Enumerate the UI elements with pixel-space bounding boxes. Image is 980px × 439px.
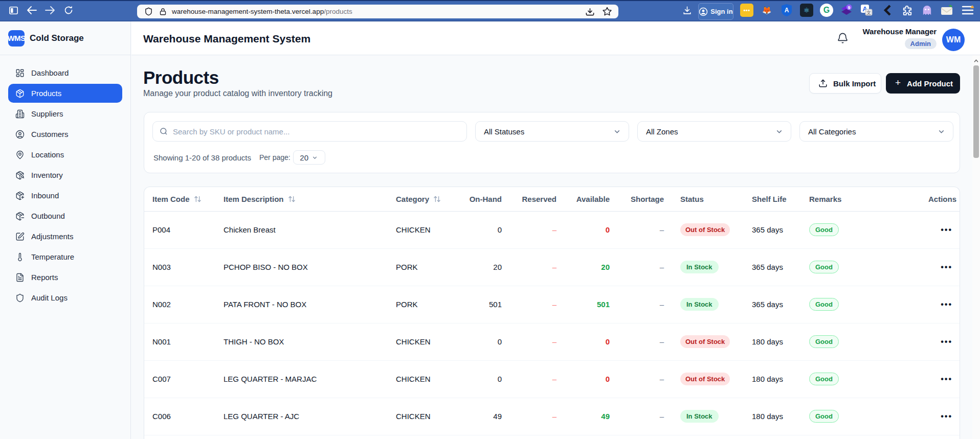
svg-text:文: 文: [866, 10, 871, 15]
svg-text:A: A: [785, 7, 789, 14]
svg-text:9: 9: [848, 5, 850, 10]
